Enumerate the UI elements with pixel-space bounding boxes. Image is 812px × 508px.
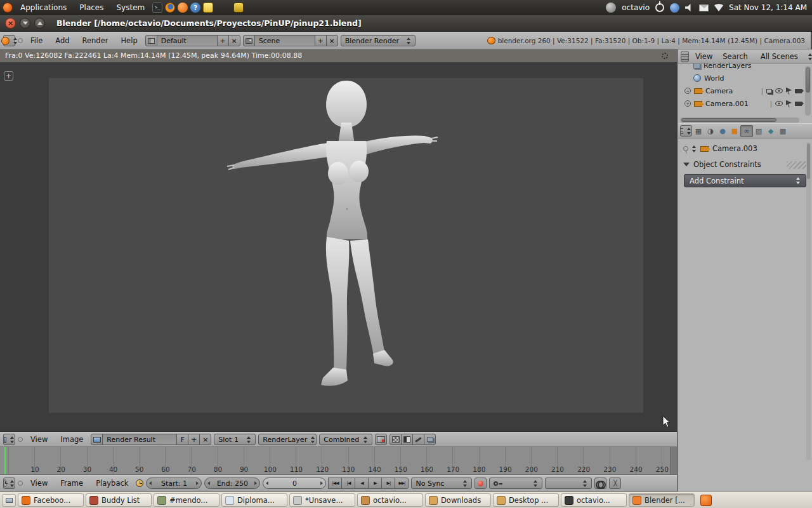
visibility-eye-icon[interactable] xyxy=(775,101,783,106)
scene-delete-button[interactable]: × xyxy=(326,35,338,46)
taskbar-window-button[interactable]: octavio... xyxy=(561,493,627,507)
sticky-notes-icon[interactable] xyxy=(233,3,244,13)
active-keying-set-field[interactable] xyxy=(545,478,592,489)
expand-icon[interactable] xyxy=(684,100,691,107)
render-menu[interactable]: Render xyxy=(77,36,114,45)
modifiers-tab-icon[interactable]: ▧ xyxy=(752,125,765,137)
scrollbar-thumb[interactable] xyxy=(681,118,776,122)
playback-button[interactable]: ◀ xyxy=(355,478,369,489)
pin-icon[interactable] xyxy=(683,146,688,151)
playback-button[interactable]: ▶▶| xyxy=(395,478,409,489)
username-label[interactable]: octavio xyxy=(622,3,650,12)
image-browse-button[interactable] xyxy=(91,434,103,445)
image-new-button[interactable]: + xyxy=(188,434,200,445)
object-constraints-panel-header[interactable]: Object Constraints xyxy=(678,157,812,171)
playback-button[interactable]: |◀ xyxy=(341,478,355,489)
auto-keyframe-button[interactable] xyxy=(475,478,487,489)
screen-layout-browse-button[interactable] xyxy=(145,35,157,46)
scene-browse-button[interactable] xyxy=(243,35,255,46)
network-icon[interactable] xyxy=(714,4,723,11)
mail-icon[interactable] xyxy=(699,4,709,11)
view-menu[interactable]: View xyxy=(25,479,53,488)
system-menu[interactable]: System xyxy=(111,0,150,15)
object-tab-icon[interactable]: ■ xyxy=(728,125,741,137)
render-engine-dropdown[interactable]: Blender Render xyxy=(341,35,416,46)
texture-tab-icon[interactable]: ▩ xyxy=(776,125,789,137)
window-minimize-button[interactable] xyxy=(20,18,30,29)
header-collapse-icon[interactable] xyxy=(18,437,23,442)
paint-mode-button[interactable] xyxy=(412,434,424,445)
render-pass-dropdown[interactable]: Combined xyxy=(319,434,372,445)
render-result-image[interactable] xyxy=(49,78,643,413)
applications-menu[interactable]: Applications xyxy=(15,0,72,15)
places-menu[interactable]: Places xyxy=(74,0,108,15)
timeline-ruler[interactable]: 1020304050607080901001101201301401501601… xyxy=(0,447,677,475)
outliner-scope-dropdown[interactable]: All Scenes xyxy=(757,52,802,61)
scene-name-field[interactable]: Scene xyxy=(254,35,315,46)
add-constraint-button[interactable]: Add Constraint xyxy=(684,174,806,187)
terminal-launcher-icon[interactable]: >_ xyxy=(152,3,162,13)
header-collapse-icon[interactable] xyxy=(18,481,23,486)
keying-set-dropdown[interactable] xyxy=(489,478,542,489)
screen-layout-add-button[interactable]: + xyxy=(217,35,229,46)
outliner-item-camera001[interactable]: Camera.001 | xyxy=(678,97,812,110)
outliner-horizontal-scrollbar[interactable] xyxy=(680,117,799,123)
constraints-tab-icon[interactable]: ∞ xyxy=(740,125,753,137)
taskbar-window-button[interactable]: Diploma... xyxy=(221,493,287,507)
preview-range-icon[interactable] xyxy=(136,479,143,487)
help-launcher-icon[interactable]: ? xyxy=(190,3,200,13)
render-layer-dropdown[interactable]: RenderLayer xyxy=(258,434,317,445)
view-menu[interactable]: View xyxy=(691,52,716,61)
power-icon[interactable] xyxy=(655,3,664,12)
layers-button[interactable] xyxy=(424,434,436,445)
selectable-cursor-icon[interactable] xyxy=(786,100,792,107)
expand-icon[interactable] xyxy=(684,88,691,94)
search-menu[interactable]: Search xyxy=(719,52,752,61)
playback-button[interactable]: ▶ xyxy=(368,478,382,489)
view-menu[interactable]: View xyxy=(25,435,53,444)
render-tab-icon[interactable]: ▦ xyxy=(692,125,705,137)
taskbar-window-button[interactable]: Desktop ... xyxy=(493,493,559,507)
add-menu[interactable]: Add xyxy=(50,36,74,45)
alpha-checker-button[interactable] xyxy=(390,434,402,445)
panel-grip-icon[interactable] xyxy=(787,161,808,169)
scene-tab-icon[interactable]: ◑ xyxy=(704,125,717,137)
frame-menu[interactable]: Frame xyxy=(55,479,88,488)
playback-button[interactable]: ▶| xyxy=(381,478,395,489)
screen-layout-name-field[interactable]: Default xyxy=(157,35,218,46)
contrast-button[interactable] xyxy=(401,434,413,445)
playback-button[interactable]: |◀◀ xyxy=(328,478,342,489)
current-frame-field[interactable]: 0 xyxy=(263,478,326,489)
editor-type-button[interactable] xyxy=(3,434,15,445)
renderable-camera-icon[interactable] xyxy=(795,89,802,93)
outliner-item-camera[interactable]: Camera | xyxy=(678,84,812,97)
help-menu[interactable]: Help xyxy=(115,36,142,45)
bluetooth-icon[interactable] xyxy=(670,3,679,13)
panel-clock[interactable]: Sat Nov 12, 1:14 AM xyxy=(729,3,809,12)
screen-layout-delete-button[interactable]: × xyxy=(228,35,240,46)
editor-type-button[interactable] xyxy=(681,51,689,62)
delete-keyframe-button[interactable]: ╳ xyxy=(609,478,621,489)
taskbar-window-button[interactable]: Buddy List xyxy=(86,493,152,507)
outliner-vertical-scrollbar[interactable] xyxy=(805,66,811,116)
scrollbar-thumb[interactable] xyxy=(806,67,810,93)
image-editor-viewport[interactable]: + xyxy=(0,62,677,432)
timeline-playhead[interactable] xyxy=(4,447,6,474)
object-data-tab-icon[interactable]: ◆ xyxy=(764,125,777,137)
render-slot-dropdown[interactable]: Slot 1 xyxy=(214,434,256,445)
frame-end-field[interactable]: End: 250 xyxy=(204,478,260,489)
taskbar-window-button[interactable]: Downloads xyxy=(425,493,491,507)
add-region-icon[interactable]: + xyxy=(4,71,13,81)
frame-start-field[interactable]: Start: 1 xyxy=(146,478,202,489)
panel-expand-icon[interactable] xyxy=(683,163,690,166)
renderable-camera-icon[interactable] xyxy=(795,102,802,106)
header-collapse-icon[interactable] xyxy=(18,38,23,43)
ubuntu-software-icon[interactable] xyxy=(178,3,188,13)
properties-scrollbar[interactable] xyxy=(806,142,811,460)
editor-type-button[interactable] xyxy=(680,125,692,137)
context-browse-icon[interactable] xyxy=(692,145,697,152)
tomboy-note-icon[interactable] xyxy=(203,3,213,13)
ubuntu-logo-icon[interactable] xyxy=(3,3,13,13)
display-channels-button[interactable] xyxy=(375,434,387,445)
file-menu[interactable]: File xyxy=(25,36,48,45)
